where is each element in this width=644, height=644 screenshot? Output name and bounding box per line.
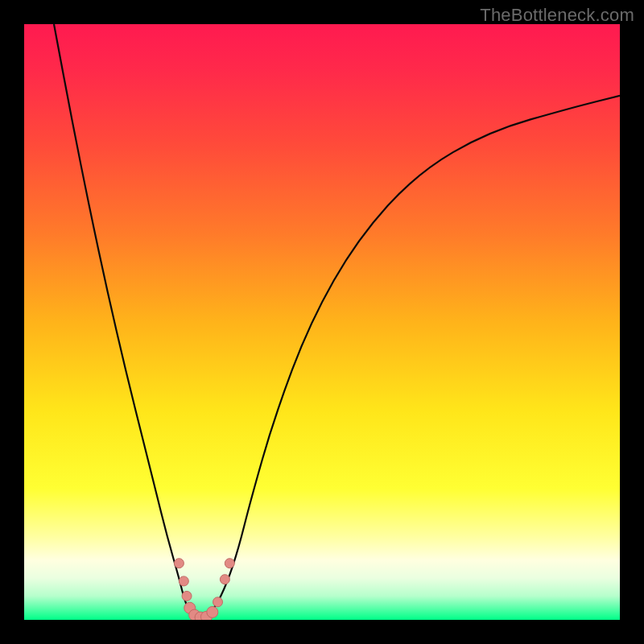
curve-marker [174, 559, 184, 568]
chart-frame: TheBottleneck.com [0, 0, 644, 644]
curve-marker [207, 606, 218, 617]
gradient-background [24, 24, 620, 620]
curve-marker [182, 591, 192, 601]
watermark-text: TheBottleneck.com [480, 5, 634, 26]
bottleneck-chart [24, 24, 620, 620]
curve-marker [179, 576, 188, 586]
curve-marker [213, 597, 223, 607]
curve-marker [220, 575, 229, 584]
curve-marker [225, 559, 234, 568]
